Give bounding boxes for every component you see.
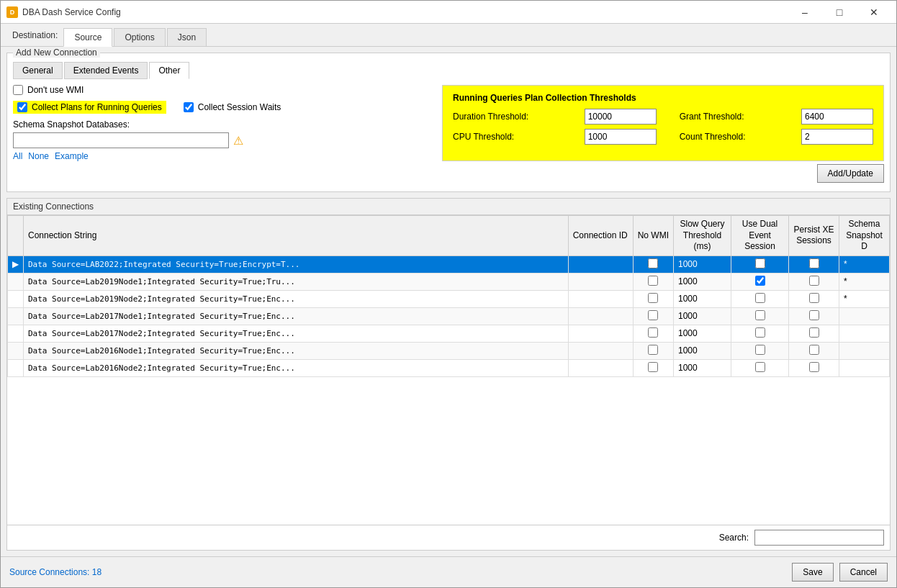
table-row[interactable]: Data Source=Lab2016Node1;Integrated Secu… — [8, 342, 890, 359]
row-no-wmi[interactable] — [633, 307, 673, 325]
table-row[interactable]: Data Source=Lab2019Node1;Integrated Secu… — [8, 273, 890, 290]
tab-json[interactable]: Json — [167, 28, 207, 46]
search-label: Search: — [719, 533, 749, 543]
persist-xe-checkbox[interactable] — [809, 310, 819, 320]
no-wmi-checkbox[interactable] — [648, 276, 658, 286]
table-row[interactable]: Data Source=Lab2017Node2;Integrated Secu… — [8, 325, 890, 342]
persist-xe-checkbox[interactable] — [809, 362, 819, 372]
dont-use-wmi-checkbox[interactable] — [13, 85, 23, 95]
tab-options[interactable]: Options — [114, 28, 165, 46]
collect-session-waits-checkbox[interactable] — [184, 102, 194, 112]
row-dual-event[interactable] — [731, 307, 789, 325]
dual-event-checkbox[interactable] — [755, 310, 765, 320]
existing-connections-group: Existing Connections Connection String C… — [6, 198, 891, 551]
maximize-button[interactable]: □ — [823, 4, 856, 21]
table-row[interactable]: ▶Data Source=LAB2022;Integrated Security… — [8, 255, 890, 273]
duration-label: Duration Threshold: — [453, 112, 576, 122]
dual-event-checkbox[interactable] — [755, 293, 765, 303]
row-threshold: 1000 — [674, 359, 731, 376]
persist-xe-checkbox[interactable] — [809, 327, 819, 338]
row-connection-id — [568, 290, 633, 307]
row-persist-xe[interactable] — [789, 273, 839, 290]
sub-tab-extended-events[interactable]: Extended Events — [64, 62, 148, 79]
row-connection-string: Data Source=LAB2022;Integrated Security=… — [24, 255, 569, 273]
link-example[interactable]: Example — [55, 151, 89, 161]
persist-xe-checkbox[interactable] — [809, 293, 819, 303]
sub-tab-other[interactable]: Other — [149, 62, 189, 79]
tab-source[interactable]: Source — [63, 28, 112, 47]
link-none[interactable]: None — [28, 151, 49, 161]
link-all[interactable]: All — [13, 151, 22, 161]
row-no-wmi[interactable] — [633, 255, 673, 273]
row-persist-xe[interactable] — [789, 307, 839, 325]
row-no-wmi[interactable] — [633, 342, 673, 359]
row-connection-id — [568, 359, 633, 376]
schema-input[interactable] — [13, 132, 229, 148]
cancel-button[interactable]: Cancel — [839, 563, 888, 582]
no-wmi-checkbox[interactable] — [648, 327, 658, 338]
row-dual-event[interactable] — [731, 273, 789, 290]
col-dual-event: Use Dual Event Session — [731, 216, 789, 256]
row-dual-event[interactable] — [731, 359, 789, 376]
row-connection-string: Data Source=Lab2019Node2;Integrated Secu… — [24, 290, 569, 307]
persist-xe-checkbox[interactable] — [809, 345, 819, 355]
dual-event-checkbox[interactable] — [755, 362, 765, 372]
row-dual-event[interactable] — [731, 325, 789, 342]
row-persist-xe[interactable] — [789, 255, 839, 273]
dual-event-checkbox[interactable] — [755, 327, 765, 338]
row-persist-xe[interactable] — [789, 290, 839, 307]
minimize-button[interactable]: – — [788, 4, 821, 21]
search-input[interactable] — [754, 530, 884, 546]
col-connection-id: Connection ID — [568, 216, 633, 256]
title-bar: D DBA Dash Service Config – □ ✕ — [1, 1, 896, 24]
no-wmi-checkbox[interactable] — [648, 258, 658, 268]
main-content: Add New Connection General Extended Even… — [1, 47, 896, 556]
row-persist-xe[interactable] — [789, 359, 839, 376]
dual-event-checkbox[interactable] — [755, 345, 765, 355]
row-threshold: 1000 — [674, 290, 731, 307]
dual-event-checkbox[interactable] — [755, 276, 765, 286]
row-no-wmi[interactable] — [633, 273, 673, 290]
row-no-wmi[interactable] — [633, 325, 673, 342]
row-connection-id — [568, 325, 633, 342]
row-dual-event[interactable] — [731, 255, 789, 273]
row-dual-event[interactable] — [731, 342, 789, 359]
connections-table: Connection String Connection ID No WMI S… — [7, 215, 890, 377]
collect-plans-checkbox[interactable] — [17, 102, 27, 112]
no-wmi-checkbox[interactable] — [648, 345, 658, 355]
grant-input[interactable] — [801, 109, 873, 125]
no-wmi-checkbox[interactable] — [648, 310, 658, 320]
no-wmi-checkbox[interactable] — [648, 362, 658, 372]
cpu-input[interactable] — [585, 129, 657, 145]
grant-label: Grant Threshold: — [680, 112, 793, 122]
duration-input[interactable] — [585, 109, 657, 125]
count-input[interactable] — [801, 129, 873, 145]
add-update-button[interactable]: Add/Update — [817, 164, 884, 183]
row-no-wmi[interactable] — [633, 359, 673, 376]
title-controls: – □ ✕ — [788, 4, 891, 21]
col-persist-xe: Persist XE Sessions — [789, 216, 839, 256]
row-threshold: 1000 — [674, 307, 731, 325]
table-row[interactable]: Data Source=Lab2016Node2;Integrated Secu… — [8, 359, 890, 376]
row-threshold: 1000 — [674, 325, 731, 342]
persist-xe-checkbox[interactable] — [809, 276, 819, 286]
col-connection-string: Connection String — [24, 216, 569, 256]
persist-xe-checkbox[interactable] — [809, 258, 819, 268]
no-wmi-checkbox[interactable] — [648, 293, 658, 303]
form-section: Don't use WMI Collect Plans for Running … — [13, 85, 884, 161]
source-connections-link[interactable]: Source Connections: 18 — [9, 567, 102, 577]
existing-connections-title: Existing Connections — [7, 199, 890, 215]
table-row[interactable]: Data Source=Lab2017Node1;Integrated Secu… — [8, 307, 890, 325]
save-button[interactable]: Save — [792, 563, 833, 582]
schema-row: ⚠ — [13, 132, 431, 148]
dual-event-checkbox[interactable] — [755, 258, 765, 268]
row-dual-event[interactable] — [731, 290, 789, 307]
table-row[interactable]: Data Source=Lab2019Node2;Integrated Secu… — [8, 290, 890, 307]
connections-table-container[interactable]: Connection String Connection ID No WMI S… — [7, 215, 890, 525]
close-button[interactable]: ✕ — [857, 4, 891, 21]
row-persist-xe[interactable] — [789, 342, 839, 359]
row-no-wmi[interactable] — [633, 290, 673, 307]
row-schema — [839, 325, 890, 342]
sub-tab-general[interactable]: General — [13, 62, 63, 79]
row-persist-xe[interactable] — [789, 325, 839, 342]
